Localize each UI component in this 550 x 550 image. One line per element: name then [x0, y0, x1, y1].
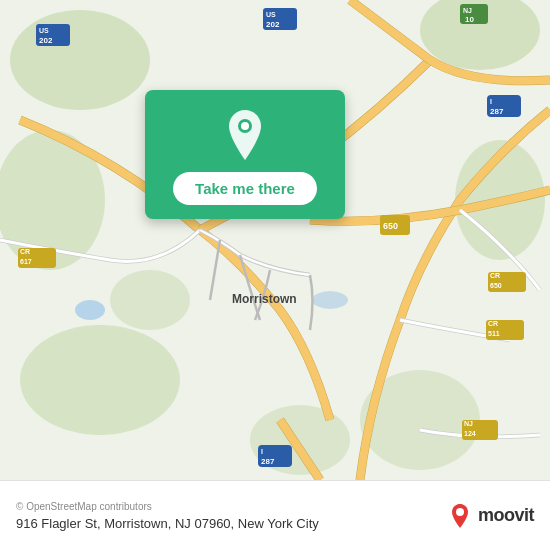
- moovit-label: moovit: [478, 505, 534, 526]
- svg-point-43: [241, 122, 249, 130]
- take-me-there-button[interactable]: Take me there: [173, 172, 317, 205]
- svg-text:650: 650: [490, 282, 502, 289]
- svg-text:650: 650: [383, 221, 398, 231]
- map-container: US 202 US 202 NJ 10 I 287 650 CR 650 CR …: [0, 0, 550, 480]
- svg-point-8: [110, 270, 190, 330]
- moovit-logo: moovit: [446, 502, 534, 530]
- footer-left: © OpenStreetMap contributors 916 Flagler…: [16, 501, 319, 531]
- moovit-icon: [446, 502, 474, 530]
- svg-text:CR: CR: [488, 320, 498, 327]
- svg-text:10: 10: [465, 15, 474, 24]
- location-pin-icon: [223, 108, 267, 162]
- svg-text:I: I: [490, 98, 492, 105]
- svg-text:124: 124: [464, 430, 476, 437]
- svg-text:US: US: [39, 27, 49, 34]
- svg-text:I: I: [261, 448, 263, 455]
- svg-text:US: US: [266, 11, 276, 18]
- openstreetmap-credit: © OpenStreetMap contributors: [16, 501, 319, 512]
- svg-point-5: [20, 325, 180, 435]
- svg-text:NJ: NJ: [464, 420, 473, 427]
- svg-text:202: 202: [266, 20, 280, 29]
- svg-text:287: 287: [261, 457, 275, 466]
- svg-text:202: 202: [39, 36, 53, 45]
- svg-point-44: [456, 508, 464, 516]
- svg-point-1: [10, 10, 150, 110]
- svg-text:287: 287: [490, 107, 504, 116]
- location-card: Take me there: [145, 90, 345, 219]
- footer: © OpenStreetMap contributors 916 Flagler…: [0, 480, 550, 550]
- svg-text:617: 617: [20, 258, 32, 265]
- svg-text:511: 511: [488, 330, 500, 337]
- svg-point-9: [75, 300, 105, 320]
- svg-text:Morristown: Morristown: [232, 292, 297, 306]
- svg-text:CR: CR: [20, 248, 30, 255]
- map-background: US 202 US 202 NJ 10 I 287 650 CR 650 CR …: [0, 0, 550, 480]
- address-text: 916 Flagler St, Morristown, NJ 07960, Ne…: [16, 516, 319, 531]
- svg-text:NJ: NJ: [463, 7, 472, 14]
- svg-text:CR: CR: [490, 272, 500, 279]
- svg-point-11: [312, 291, 348, 309]
